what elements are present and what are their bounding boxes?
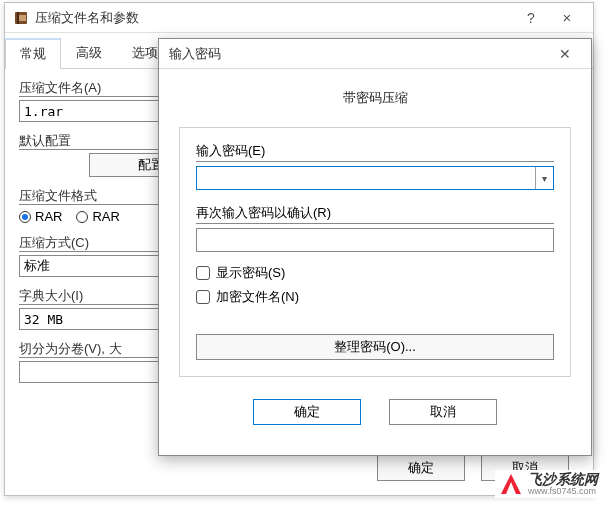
show-password-label: 显示密码(S) <box>216 264 285 282</box>
password-group: 输入密码(E) ▾ 再次输入密码以确认(R) 显示密码(S) <box>179 127 571 377</box>
close-button[interactable]: × <box>549 9 585 26</box>
dict-combo[interactable] <box>19 308 159 330</box>
archive-icon <box>13 10 29 26</box>
password-title: 输入密码 <box>169 45 549 63</box>
tab-advanced[interactable]: 高级 <box>61 38 117 69</box>
format-rar4-radio[interactable]: RAR <box>76 209 119 224</box>
archive-name-input[interactable] <box>19 100 159 122</box>
help-button[interactable]: ? <box>513 10 549 26</box>
tab-general[interactable]: 常规 <box>5 38 61 69</box>
password-dialog: 输入密码 ✕ 带密码压缩 输入密码(E) ▾ 再次输入密码以确认(R) <box>158 38 592 456</box>
format-rar-label: RAR <box>35 209 62 224</box>
checkbox-icon <box>196 266 210 280</box>
password-label: 输入密码(E) <box>196 142 554 160</box>
password-field[interactable] <box>197 167 535 189</box>
password-titlebar: 输入密码 ✕ <box>159 39 591 69</box>
back-ok-button[interactable]: 确定 <box>377 455 465 481</box>
encrypt-names-label: 加密文件名(N) <box>216 288 299 306</box>
watermark-icon <box>499 472 523 496</box>
password-confirm-input[interactable] <box>197 229 553 251</box>
titlebar: 压缩文件名和参数 ? × <box>5 3 593 33</box>
watermark-line1: 飞沙系统网 <box>528 472 598 487</box>
split-combo[interactable] <box>19 361 159 383</box>
password-ok-button[interactable]: 确定 <box>253 399 361 425</box>
confirm-label: 再次输入密码以确认(R) <box>196 204 554 222</box>
show-password-check[interactable]: 显示密码(S) <box>196 264 554 282</box>
password-dropdown-icon[interactable]: ▾ <box>535 167 553 189</box>
format-rar4-label: RAR <box>92 209 119 224</box>
method-combo[interactable] <box>19 255 159 277</box>
checkbox-icon <box>196 290 210 304</box>
password-close-button[interactable]: ✕ <box>549 46 581 62</box>
password-heading: 带密码压缩 <box>179 89 571 107</box>
watermark-line2: www.fs0745.com <box>528 487 598 496</box>
watermark: 飞沙系统网 www.fs0745.com <box>495 470 602 498</box>
encrypt-names-check[interactable]: 加密文件名(N) <box>196 288 554 306</box>
password-input[interactable]: ▾ <box>196 166 554 190</box>
format-rar-radio[interactable]: RAR <box>19 209 62 224</box>
svg-rect-1 <box>17 12 19 24</box>
window-title: 压缩文件名和参数 <box>35 9 513 27</box>
organize-passwords-button[interactable]: 整理密码(O)... <box>196 334 554 360</box>
password-cancel-button[interactable]: 取消 <box>389 399 497 425</box>
svg-rect-2 <box>19 15 26 21</box>
